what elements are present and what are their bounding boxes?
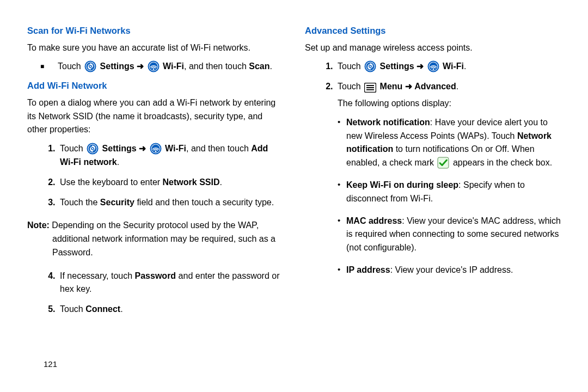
settings-icon — [84, 60, 96, 72]
text: Touch — [58, 62, 83, 71]
adv-step-2: Touch Menu ➜ Advanced. The following opt… — [335, 80, 561, 277]
text: Touch the — [60, 198, 100, 207]
arrow-icon: ➜ — [137, 62, 146, 71]
scan-bullet: Touch Settings ➜ Wi-Fi, and then touch S… — [27, 60, 283, 74]
step-1: Touch Settings ➜ Wi-Fi, and then touch A… — [58, 142, 283, 169]
text-bold: Network notification — [346, 118, 430, 127]
heading-advanced: Advanced Settings — [305, 24, 561, 38]
text-bold: Settings — [100, 62, 134, 71]
text: If necessary, touch — [60, 271, 135, 280]
svg-point-17 — [155, 151, 156, 152]
text: : View your device's IP address. — [390, 265, 513, 274]
arrow-icon: ➜ — [416, 62, 426, 71]
text: , and then touch — [184, 62, 249, 71]
note-body: Depending on the Security protocol used … — [50, 220, 275, 257]
text: Use the keyboard to enter — [60, 177, 163, 187]
settings-icon — [364, 60, 376, 72]
add-intro: To open a dialog where you can add a Wi-… — [27, 96, 283, 137]
adv-intro: Set up and manage wireless access points… — [305, 41, 561, 55]
scan-intro: To make sure you have an accurate list o… — [27, 41, 283, 55]
text-bold: Wi-Fi — [163, 62, 184, 71]
arrow-icon: ➜ — [405, 82, 414, 91]
text: field and then touch a security type. — [134, 198, 274, 207]
svg-point-26 — [432, 69, 434, 70]
settings-icon — [87, 143, 99, 155]
note-label: Note: — [27, 220, 50, 230]
text-bold: Password — [135, 271, 176, 280]
text-bold: Settings — [102, 144, 137, 153]
text-bold: Menu — [380, 82, 403, 91]
option-network-notification: Network notification: Have your device a… — [338, 116, 561, 170]
text: . — [219, 177, 222, 187]
svg-point-13 — [92, 148, 94, 150]
text: . — [120, 304, 122, 314]
text: . — [456, 82, 458, 91]
svg-point-8 — [152, 69, 154, 70]
wifi-icon — [150, 143, 162, 155]
heading-scan: Scan for Wi-Fi Networks — [27, 24, 283, 38]
text: Touch — [338, 82, 363, 91]
text-bold: Advanced — [414, 82, 456, 91]
svg-point-22 — [370, 66, 371, 68]
svg-rect-29 — [366, 87, 374, 88]
text-bold: Wi-Fi — [165, 144, 186, 153]
page-number: 121 — [44, 359, 57, 369]
svg-rect-28 — [366, 85, 374, 86]
text: Touch — [338, 62, 363, 71]
text: appears in the check box. — [453, 158, 552, 167]
text-bold: Network SSID — [163, 177, 220, 187]
option-mac-address: MAC address: View your device's MAC addr… — [338, 215, 561, 255]
right-column: Advanced Settings Set up and manage wire… — [294, 22, 572, 392]
option-ip-address: IP address: View your device's IP addres… — [338, 264, 561, 277]
text-bold: MAC address — [346, 216, 402, 225]
text-bold: Security — [100, 198, 134, 207]
text-bold: IP address — [346, 265, 390, 274]
wifi-icon — [427, 60, 439, 72]
following-options: The following options display: — [338, 97, 561, 111]
svg-point-4 — [90, 66, 91, 68]
text-bold: Settings — [380, 62, 414, 71]
text: . — [464, 62, 466, 71]
text: . — [117, 157, 119, 167]
check-icon — [437, 157, 449, 169]
manual-page: Scan for Wi-Fi Networks To make sure you… — [0, 0, 588, 392]
step-4: If necessary, touch Password and enter t… — [58, 270, 283, 297]
text-bold: Wi-Fi — [443, 62, 464, 71]
step-3: Touch the Security field and then touch … — [58, 196, 283, 210]
text: . — [270, 62, 272, 71]
text-bold: Keep Wi-Fi on during sleep — [346, 180, 458, 189]
wifi-icon — [148, 60, 160, 72]
text-bold: Connect — [85, 304, 120, 314]
text-bold: Scan — [249, 62, 270, 71]
text: , and then touch — [186, 144, 251, 153]
menu-icon — [364, 83, 376, 93]
svg-rect-30 — [366, 89, 374, 90]
left-column: Scan for Wi-Fi Networks To make sure you… — [16, 22, 294, 392]
option-keep-wifi: Keep Wi-Fi on during sleep: Specify when… — [338, 179, 561, 206]
step-5: Touch Connect. — [58, 303, 283, 316]
note: Note: Depending on the Security protocol… — [27, 219, 283, 259]
text: Touch — [60, 144, 85, 153]
adv-step-1: Touch Settings ➜ Wi-Fi. — [335, 60, 561, 74]
text: Touch — [60, 304, 85, 314]
heading-add: Add Wi-Fi Network — [27, 79, 283, 93]
step-2: Use the keyboard to enter Network SSID. — [58, 176, 283, 189]
arrow-icon: ➜ — [139, 144, 148, 153]
